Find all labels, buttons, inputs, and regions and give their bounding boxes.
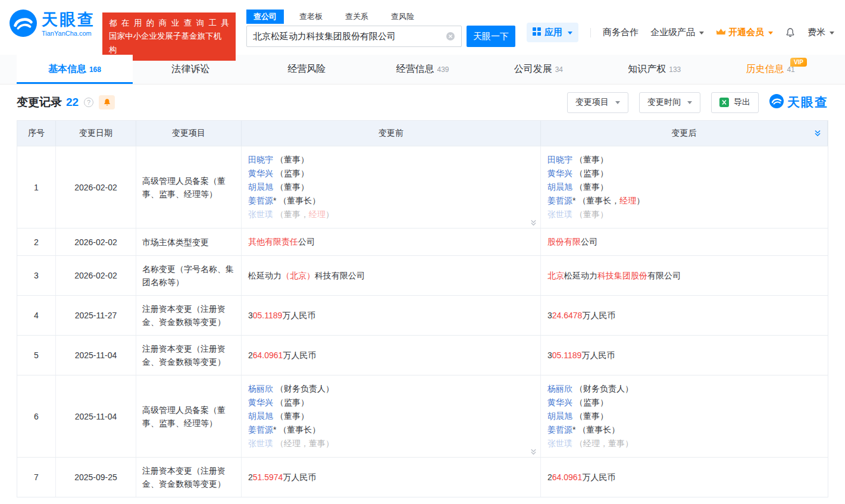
row-index-text: 1 [34,183,39,192]
row-index: 2 [17,228,56,255]
brand-logo[interactable]: 天眼查 TianYanCha.com [10,10,95,39]
entity-link[interactable]: 张世璞 [248,439,273,448]
entity-link[interactable]: 黄华兴 [248,397,273,407]
clear-search-icon[interactable] [446,32,455,41]
main-tab[interactable]: 经营信息439 [365,55,481,84]
nav-enterprise-products[interactable]: 企业级产品 [650,27,704,38]
entity-link[interactable]: 姜哲源 [248,196,273,205]
cell-text: ） [636,196,644,205]
header-nav: 应用 商务合作 企业级产品 开通会员 费米 [527,23,834,42]
main-tab[interactable]: 经营风险 [249,55,365,84]
notification-bell-icon[interactable] [785,27,796,38]
change-item: 注册资本变更（注册资金、资金数额等变更） [136,296,242,335]
cell-text: 经理 [309,209,326,219]
cell-after: 北京松延动力科技集团股份有限公司 [541,256,828,295]
cell-before: 杨丽欣 （财务负责人）黄华兴 （监事）胡晨旭 （董事）姜哲源* （董事长）张世璞… [242,375,541,457]
collapse-all-icon[interactable] [813,129,822,137]
cell-text: 有限公司 [331,271,365,280]
main-tab[interactable]: 公司发展34 [480,55,596,84]
nav-user-menu[interactable]: 费米 [808,27,834,38]
search-button[interactable]: 天眼一下 [467,26,515,47]
subscribe-bell-icon[interactable] [99,95,115,109]
filter-change-item-button[interactable]: 变更项目 [567,92,628,113]
cell-text: 万人民币 [283,350,316,360]
nav-business-coop[interactable]: 商务合作 [603,27,639,38]
search-area: 查公司查老板查关系查风险 天眼一下 [246,10,515,47]
filter-change-time-button[interactable]: 变更时间 [639,92,700,113]
brand-name: 天眼查 [787,94,828,111]
change-date-text: 2025-11-04 [75,412,117,421]
main-tab[interactable]: 历史信息41VIP [712,55,828,84]
excel-icon [719,98,729,107]
entity-link[interactable]: 杨丽欣 [248,384,273,393]
entity-link[interactable]: 田晓宇 [248,155,273,164]
cell-text: 3 [248,311,253,320]
entity-link[interactable]: 胡晨旭 [547,411,572,421]
table-body: 12026-02-02高级管理人员备案（董事、监事、经理等）田晓宇 （董事）黄华… [17,146,828,497]
cell-text: 北京 [547,271,564,280]
entity-link[interactable]: 黄华兴 [547,397,572,407]
help-icon[interactable]: ? [84,98,93,107]
export-label: 导出 [734,97,750,108]
cell-text: （监事） [273,168,309,178]
cell-text: 64.0961 [552,472,583,482]
expand-chevron-icon[interactable] [530,448,537,456]
company-search-input[interactable] [253,32,442,42]
cell-text: （董事） [572,209,608,219]
row-index-text: 6 [34,412,39,421]
search-tab[interactable]: 查关系 [338,10,375,24]
cell-line: 264.0961万人民币 [547,471,615,484]
th-change-date: 变更日期 [56,121,136,146]
change-item: 注册资本变更（注册资金、资金数额等变更） [136,336,242,375]
cell-text: 2 [547,472,552,482]
cell-before: 其他有限责任公司 [242,228,541,255]
expand-chevron-icon[interactable] [530,219,537,227]
entity-link[interactable]: 胡晨旭 [547,182,572,192]
table-row: 52025-11-04注册资本变更（注册资金、资金数额等变更）264.0961万… [17,335,828,375]
entity-link[interactable]: 张世璞 [248,209,273,219]
main-tab[interactable]: 法律诉讼 [133,55,249,84]
brand-name: 天眼查 [42,11,95,29]
entity-link[interactable]: 张世璞 [547,439,572,448]
entity-link[interactable]: 姜哲源 [547,196,572,205]
entity-link[interactable]: 姜哲源 [547,425,572,434]
nav-open-vip[interactable]: 开通会员 [716,27,773,38]
cell-text: 万人民币 [582,472,615,482]
cell-line: 其他有限责任公司 [248,235,315,249]
cell-text: 05.1189 [552,350,582,360]
cell-line: 姜哲源* （董事长） [248,194,320,208]
cell-text: （监事） [572,397,608,407]
main-tab[interactable]: 基本信息168 [17,55,133,84]
entity-link[interactable]: 黄华兴 [547,168,572,178]
chevron-down-icon [768,32,773,37]
change-date-text: 2025-11-04 [75,350,117,360]
entity-link[interactable]: 张世璞 [547,209,572,219]
cell-before: 松延动力（北京）科技有限公司 [242,256,541,295]
entity-link[interactable]: 黄华兴 [248,168,273,178]
site-header: 天眼查 TianYanCha.com 都在用的商业查询工具 国家中小企业发展子基… [0,0,845,55]
entity-link[interactable]: 胡晨旭 [248,182,273,192]
export-button[interactable]: 导出 [711,92,759,113]
search-tab[interactable]: 查风险 [384,10,421,24]
apps-menu[interactable]: 应用 [527,23,578,42]
entity-link[interactable]: 杨丽欣 [547,384,572,393]
cell-line: 杨丽欣 （财务负责人） [248,382,334,396]
th-before: 变更前 [242,121,541,146]
entity-link[interactable]: 姜哲源 [248,425,273,434]
cell-line: 黄华兴 （监事） [248,396,309,409]
search-tab[interactable]: 查公司 [246,10,284,24]
cell-after: 股份有限公司 [541,228,828,255]
chevron-down-icon [687,101,692,107]
search-tab[interactable]: 查老板 [292,10,330,24]
cell-after: 324.6478万人民币 [541,296,828,335]
divider [590,28,591,37]
entity-link[interactable]: 田晓宇 [547,155,572,164]
cell-line: 张世璞 （董事） [547,208,608,221]
change-item-text: 注册资本变更（注册资金、资金数额等变更） [142,464,235,490]
cell-text: （董事） [572,182,608,192]
entity-link[interactable]: 胡晨旭 [248,411,273,421]
row-index: 7 [17,458,56,497]
cell-text: 2 [248,350,253,360]
main-tab[interactable]: 知识产权133 [596,55,712,84]
tab-label: 经营信息 [396,63,434,76]
